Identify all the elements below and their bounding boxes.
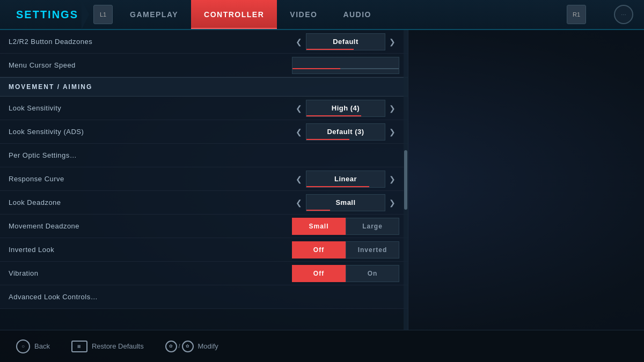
- r1-icon: R1: [567, 5, 586, 24]
- movement-deadzone-label: Movement Deadzone: [9, 222, 79, 230]
- restore-icon: ▦: [71, 341, 87, 352]
- setting-row-inverted-look: Inverted Look Off Inverted: [0, 238, 408, 262]
- vibration-off-btn[interactable]: Off: [292, 265, 346, 282]
- look-sensitivity-value: High (4): [332, 104, 360, 112]
- look-sensitivity-ads-control: ❮ Default (3) ❯: [292, 123, 399, 141]
- look-deadzone-value-box: Small: [306, 194, 385, 211]
- inverted-look-off-btn[interactable]: Off: [292, 241, 346, 258]
- l2r2-right-arrow[interactable]: ❯: [385, 33, 399, 50]
- look-deadzone-right[interactable]: ❯: [385, 194, 399, 211]
- setting-row-per-optic[interactable]: Per Optic Settings…: [0, 144, 408, 167]
- vibration-control: Off On: [292, 265, 399, 282]
- header-right: ⋯: [590, 5, 644, 24]
- corner-dots: ⋯: [621, 12, 626, 18]
- look-sensitivity-value-box: High (4): [306, 100, 385, 117]
- settings-title: SETTINGS: [0, 9, 89, 21]
- look-sensitivity-ads-value-box: Default (3): [306, 123, 385, 141]
- tab-controller[interactable]: CONTROLLER: [191, 0, 277, 29]
- l2r2-value: Default: [333, 38, 358, 46]
- look-sensitivity-label: Look Sensitivity: [9, 104, 61, 112]
- scrollbar[interactable]: [404, 30, 408, 330]
- look-sensitivity-ads-right[interactable]: ❯: [385, 123, 399, 141]
- look-deadzone-label: Look Deadzone: [9, 198, 61, 206]
- header: SETTINGS L1 GAMEPLAY CONTROLLER VIDEO AU…: [0, 0, 644, 30]
- response-curve-left[interactable]: ❮: [292, 171, 306, 188]
- inverted-look-label: Inverted Look: [9, 246, 54, 254]
- modify-icon: ✿ / ✿: [165, 341, 194, 352]
- inverted-look-control: Off Inverted: [292, 241, 399, 258]
- modify-label: Modify: [198, 342, 218, 350]
- setting-row-advanced-look[interactable]: Advanced Look Controls…: [0, 285, 408, 309]
- vibration-label: Vibration: [9, 269, 39, 277]
- movement-deadzone-small-btn[interactable]: Small: [292, 218, 346, 235]
- inverted-look-inverted-btn[interactable]: Inverted: [346, 241, 399, 258]
- setting-row-vibration: Vibration Off On: [0, 262, 408, 285]
- look-sensitivity-ads-label: Look Sensitivity (ADS): [9, 128, 84, 136]
- right-panel: [408, 30, 644, 330]
- response-curve-right[interactable]: ❯: [385, 171, 399, 188]
- per-optic-label: Per Optic Settings…: [9, 151, 77, 159]
- setting-row-cursor-speed: Menu Cursor Speed: [0, 54, 408, 77]
- l2r2-bar: [306, 49, 354, 50]
- look-sensitivity-ads-value: Default (3): [327, 128, 364, 136]
- look-sensitivity-right[interactable]: ❯: [385, 100, 399, 117]
- setting-row-look-sensitivity: Look Sensitivity ❮ High (4) ❯: [0, 97, 408, 120]
- look-sensitivity-ads-left[interactable]: ❮: [292, 123, 306, 141]
- back-action[interactable]: ○ Back: [16, 339, 50, 353]
- l2r2-control: ❮ Default ❯: [292, 33, 399, 50]
- setting-row-l2r2: L2/R2 Button Deadzones ❮ Default ❯: [0, 30, 408, 54]
- look-deadzone-left[interactable]: ❮: [292, 194, 306, 211]
- cursor-speed-control[interactable]: [292, 57, 399, 74]
- look-sensitivity-control: ❮ High (4) ❯: [292, 100, 399, 117]
- look-deadzone-bar: [306, 210, 330, 211]
- look-sensitivity-left[interactable]: ❮: [292, 100, 306, 117]
- setting-row-response-curve: Response Curve ❮ Linear ❯: [0, 167, 408, 191]
- footer: ○ Back ▦ Restore Defaults ✿ / ✿ Modify: [0, 330, 644, 362]
- scrollbar-thumb: [404, 150, 407, 210]
- restore-action[interactable]: ▦ Restore Defaults: [71, 341, 144, 352]
- response-curve-bar: [306, 186, 369, 187]
- setting-row-movement-deadzone: Movement Deadzone Small Large: [0, 215, 408, 238]
- response-curve-value-box: Linear: [306, 171, 385, 188]
- l2r2-left-arrow[interactable]: ❮: [292, 33, 306, 50]
- modify-action[interactable]: ✿ / ✿ Modify: [165, 341, 218, 352]
- look-sensitivity-bar: [306, 115, 361, 116]
- movement-aiming-header: MOVEMENT / AIMING: [0, 77, 408, 97]
- tab-gameplay[interactable]: GAMEPLAY: [117, 0, 191, 29]
- main-content: L2/R2 Button Deadzones ❮ Default ❯ Menu …: [0, 30, 644, 330]
- l2r2-value-box: Default: [306, 33, 385, 50]
- back-icon: ○: [16, 339, 30, 353]
- response-curve-value: Linear: [334, 175, 357, 183]
- setting-row-look-deadzone: Look Deadzone ❮ Small ❯: [0, 191, 408, 215]
- response-curve-label: Response Curve: [9, 175, 64, 183]
- movement-deadzone-control: Small Large: [292, 218, 399, 235]
- nav-tabs: GAMEPLAY CONTROLLER VIDEO AUDIO: [117, 0, 562, 29]
- slider-fill: [292, 68, 340, 69]
- l2r2-label: L2/R2 Button Deadzones: [9, 38, 92, 46]
- settings-list: L2/R2 Button Deadzones ❮ Default ❯ Menu …: [0, 30, 408, 309]
- modify-icon-r: ✿: [182, 341, 194, 352]
- settings-panel: L2/R2 Button Deadzones ❮ Default ❯ Menu …: [0, 30, 408, 330]
- look-sensitivity-ads-bar: [306, 139, 349, 140]
- modify-icon-l: ✿: [165, 341, 177, 352]
- tab-video[interactable]: VIDEO: [277, 0, 330, 29]
- l1-icon: L1: [93, 5, 113, 24]
- restore-label: Restore Defaults: [92, 342, 144, 350]
- header-corner-icon: ⋯: [614, 5, 633, 24]
- look-deadzone-control: ❮ Small ❯: [292, 194, 399, 211]
- tab-audio[interactable]: AUDIO: [330, 0, 384, 29]
- setting-row-look-sensitivity-ads: Look Sensitivity (ADS) ❮ Default (3) ❯: [0, 120, 408, 144]
- advanced-look-label: Advanced Look Controls…: [9, 293, 98, 301]
- look-deadzone-value: Small: [335, 198, 355, 206]
- response-curve-control: ❮ Linear ❯: [292, 171, 399, 188]
- vibration-on-btn[interactable]: On: [346, 265, 399, 282]
- cursor-speed-label: Menu Cursor Speed: [9, 61, 76, 69]
- movement-deadzone-large-btn[interactable]: Large: [346, 218, 399, 235]
- back-label: Back: [34, 342, 50, 350]
